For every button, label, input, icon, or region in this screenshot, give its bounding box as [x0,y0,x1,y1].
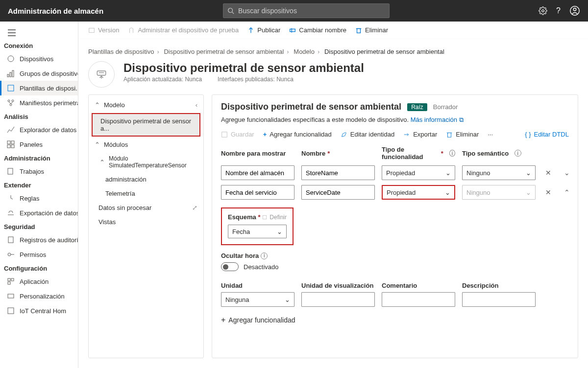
btn-agregar[interactable]: +Agregar funcionalidad [263,131,332,138]
svg-rect-28 [8,282,10,284]
help-icon[interactable]: ? [556,6,561,15]
svg-rect-11 [12,70,14,77]
account-icon[interactable] [569,5,580,16]
tool-version[interactable]: Version [88,26,119,34]
page-title: Dispositivo perimetral de sensor ambient… [123,61,364,75]
nav-auditoria[interactable]: Registros de auditoría [0,232,78,247]
comentario-input[interactable] [382,292,455,307]
app-title: Administración de almacén [8,7,103,15]
btn-guardar: Guardar [221,131,254,138]
row1-expand[interactable]: ⌄ [561,169,573,177]
nav-aplicacion[interactable]: Aplicación [0,274,78,289]
btn-dtdl[interactable]: { } Editar DTDL [525,131,569,138]
nav-explorador[interactable]: Explorador de datos [0,122,78,137]
capability-grid: Nombre para mostrar Nombre * Tipo de fun… [221,146,569,200]
tree-raw[interactable]: Datos sin procesar⤢ [89,201,203,215]
section-configuracion: Configuración [0,262,78,274]
schema-select[interactable]: Fecha⌄ [228,225,287,238]
info-icon[interactable]: i [449,150,455,157]
svg-rect-30 [8,308,14,314]
nav-exportacion[interactable]: Exportación de datos [0,206,78,220]
unidad-select[interactable]: Ninguna⌄ [221,292,294,307]
model-tree: ⌃Modelo ‹ Dispositivo perimetral de sens… [88,94,204,358]
btn-eliminar[interactable]: Eliminar [446,131,479,138]
row2-collapse[interactable]: ⌃ [561,188,573,196]
nav-iotcentral[interactable]: IoT Central Hom [0,303,78,318]
descripcion-input[interactable] [462,292,536,307]
btn-more[interactable]: ··· [488,131,493,138]
define-button[interactable]: Definir [262,214,287,221]
nav-plantillas[interactable]: Plantillas de disposi... [0,81,78,95]
row1-display[interactable] [221,165,294,180]
tool-eliminar[interactable]: Eliminar [355,26,388,34]
chevron-down-icon: ⌄ [526,169,531,177]
hamburger-icon[interactable] [0,25,78,39]
nav-reglas[interactable]: Reglas [0,191,78,206]
tree-telemetria[interactable]: Telemetría [89,186,203,201]
crumb-0[interactable]: Plantillas de dispositivo [88,48,154,55]
unidadvis-input[interactable] [301,292,375,307]
detail-desc: Agregue funcionalidades específicas a es… [221,116,569,124]
add-capability-button[interactable]: +Agregar funcionalidad [221,316,569,324]
svg-rect-20 [7,145,10,148]
nav-permisos[interactable]: Permisos [0,247,78,262]
hide-time-toggle[interactable] [221,262,239,271]
row1-remove[interactable]: ✕ [542,169,554,177]
lbl-descripcion: Descripción [462,282,536,289]
svg-point-2 [542,10,544,12]
tree-module-sim[interactable]: ⌃Módulo SimulatedTemperatureSensor [89,152,203,172]
svg-point-0 [228,8,233,13]
info-icon[interactable]: i [514,150,521,157]
btn-editar[interactable]: Editar identidad [341,131,394,138]
content-area: Version Administrar el dispositivo de pr… [78,22,588,368]
row1-semtype[interactable]: Ninguno⌄ [462,165,536,180]
expand-icon[interactable]: ⤢ [192,204,197,211]
meta-published: Interfaces publicadas: Nunca [218,76,294,83]
tool-publicar[interactable]: Publicar [247,26,280,34]
gear-icon[interactable] [539,6,547,15]
row2-display[interactable] [221,185,294,200]
row2-remove[interactable]: ✕ [542,188,554,196]
info-icon[interactable]: i [261,253,268,259]
hide-time-state: Desactivado [244,263,279,271]
tree-vistas[interactable]: Vistas [89,215,203,229]
global-search[interactable]: Buscar dispositivos [223,3,390,18]
row1-captype[interactable]: Propiedad⌄ [382,165,455,180]
svg-rect-42 [448,133,451,137]
schema-panel: Esquema * Definir Fecha⌄ [221,207,294,245]
svg-rect-9 [7,74,9,77]
svg-rect-27 [11,278,14,281]
draft-label: Borrador [433,103,458,111]
tree-modelo[interactable]: ⌃Modelo ‹ [89,98,203,112]
nav-personalizacion[interactable]: Personalización [0,289,78,303]
col-captype: Tipo de funcionalidad * i [382,146,455,161]
tool-cambiar-nombre[interactable]: Cambiar nombre [289,26,346,34]
btn-exportar[interactable]: Exportar [403,131,437,138]
nav-dispositivos[interactable]: Dispositivos [0,51,78,66]
tree-admin[interactable]: administración [89,172,203,186]
capability-editor: Dispositivo perimetral de sensor ambient… [212,94,578,358]
tree-modulos[interactable]: ⌃Módulos [89,138,203,152]
nav-grupos[interactable]: Grupos de dispositivos [0,66,78,81]
nav-trabajos[interactable]: Trabajos [0,164,78,179]
row2-captype[interactable]: Propiedad⌄ [382,185,455,200]
lbl-unidadvis: Unidad de visualización [301,282,375,289]
root-badge: Raíz [407,103,427,111]
tool-administrar[interactable]: Administrar el dispositivo de prueba [128,26,239,34]
chevron-down-icon: ⌄ [285,296,290,303]
crumb-1[interactable]: Dispositivo perimetral de sensor ambient… [164,48,284,55]
row2-name[interactable] [301,185,375,200]
svg-line-17 [11,102,13,104]
nav-manifiestos[interactable]: Manifiestos perimetra... [0,95,78,110]
svg-point-4 [573,8,576,11]
row1-name[interactable] [301,165,375,180]
nav-paneles[interactable]: Paneles [0,137,78,152]
more-info-link[interactable]: Más información ⧉ [411,116,464,123]
svg-point-13 [8,100,10,102]
chevron-down-icon: ⌄ [526,189,531,196]
hide-time-block: Ocultar hora i Desactivado [221,252,569,271]
svg-rect-35 [357,28,361,33]
tree-selected-device[interactable]: Dispositivo perimetral de sensor a... [92,113,200,137]
svg-point-15 [10,104,12,106]
crumb-2[interactable]: Modelo [294,48,315,55]
